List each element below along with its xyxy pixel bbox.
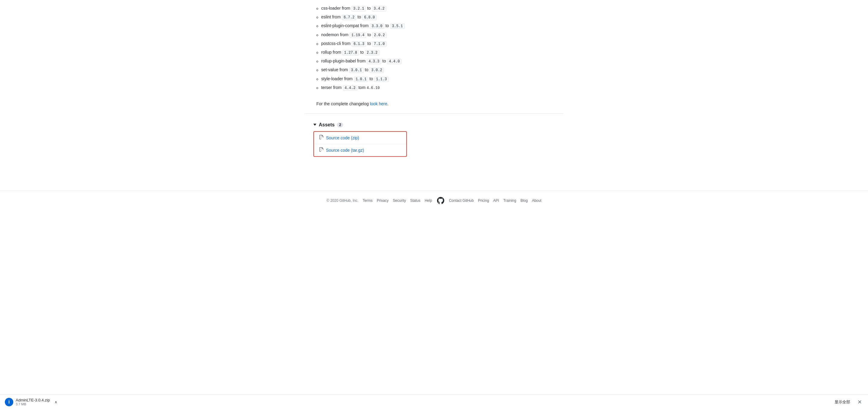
assets-header: Assets 2	[313, 122, 564, 128]
bullet-icon	[316, 87, 318, 89]
github-logo	[437, 197, 444, 204]
list-item: eslint from 6.7.2 to 6.8.0	[316, 13, 564, 21]
list-item: terser from 4.4.2 tom 4.6.10	[316, 84, 564, 91]
list-item: postcss-cli from 6.1.3 to 7.1.0	[316, 40, 564, 47]
footer-link-pricing[interactable]: Pricing	[478, 198, 489, 203]
footer-right: Contact GitHub Pricing API Training Blog…	[449, 198, 541, 203]
footer-link-privacy[interactable]: Privacy	[377, 198, 389, 203]
source-code-targz-link[interactable]: Source code (tar.gz)	[326, 148, 364, 153]
list-item: style-loader from 1.0.1 to 1.1.3	[316, 75, 564, 82]
bullet-icon	[316, 25, 318, 27]
source-code-zip-link[interactable]: Source code (zip)	[326, 135, 359, 140]
assets-title: Assets	[319, 122, 335, 128]
dependency-list: css-loader from 3.2.1 to 3.4.2 eslint fr…	[304, 0, 564, 99]
list-item: css-loader from 3.2.1 to 3.4.2	[316, 5, 564, 12]
list-item: rollup-plugin-babel from 4.3.3 to 4.4.0	[316, 58, 564, 65]
bullet-icon	[316, 52, 318, 54]
footer: © 2020 GitHub, Inc. Terms Privacy Securi…	[0, 191, 868, 210]
footer-link-status[interactable]: Status	[410, 198, 421, 203]
changelog-link[interactable]: look here	[370, 101, 387, 106]
assets-count: 2	[337, 122, 343, 127]
targz-icon	[319, 147, 323, 153]
list-item: eslint-plugin-compat from 3.3.0 to 3.5.1	[316, 22, 564, 29]
footer-logo-wrap	[437, 197, 444, 204]
footer-link-security[interactable]: Security	[393, 198, 406, 203]
footer-link-training[interactable]: Training	[503, 198, 516, 203]
asset-item-zip: Source code (zip)	[314, 132, 406, 144]
asset-item-targz: Source code (tar.gz)	[314, 144, 406, 156]
bullet-icon	[316, 69, 318, 71]
footer-link-terms[interactable]: Terms	[363, 198, 373, 203]
footer-link-about[interactable]: About	[532, 198, 541, 203]
zip-icon	[319, 135, 323, 141]
bullet-icon	[316, 43, 318, 45]
section-divider	[304, 114, 564, 114]
bullet-icon	[316, 78, 318, 80]
footer-link-help[interactable]: Help	[425, 198, 432, 203]
bullet-icon	[316, 17, 318, 19]
footer-link-api[interactable]: API	[493, 198, 499, 203]
list-item: rollup from 1.27.8 to 2.3.2	[316, 49, 564, 56]
list-item: set-value from 3.0.1 to 3.0.2	[316, 66, 564, 73]
list-item: nodemon from 1.19.4 to 2.0.2	[316, 31, 564, 38]
footer-link-contact[interactable]: Contact GitHub	[449, 198, 474, 203]
bullet-icon	[316, 8, 318, 10]
copyright: © 2020 GitHub, Inc.	[327, 198, 359, 203]
bullet-icon	[316, 61, 318, 62]
bullet-icon	[316, 34, 318, 36]
footer-left: © 2020 GitHub, Inc. Terms Privacy Securi…	[327, 198, 432, 203]
triangle-icon[interactable]	[313, 124, 316, 126]
changelog-line: For the complete changelog look here.	[304, 99, 564, 108]
assets-box: Source code (zip) Source code (tar.gz)	[313, 131, 407, 157]
footer-link-blog[interactable]: Blog	[521, 198, 528, 203]
assets-section: Assets 2 Source code (zip)	[304, 119, 564, 160]
